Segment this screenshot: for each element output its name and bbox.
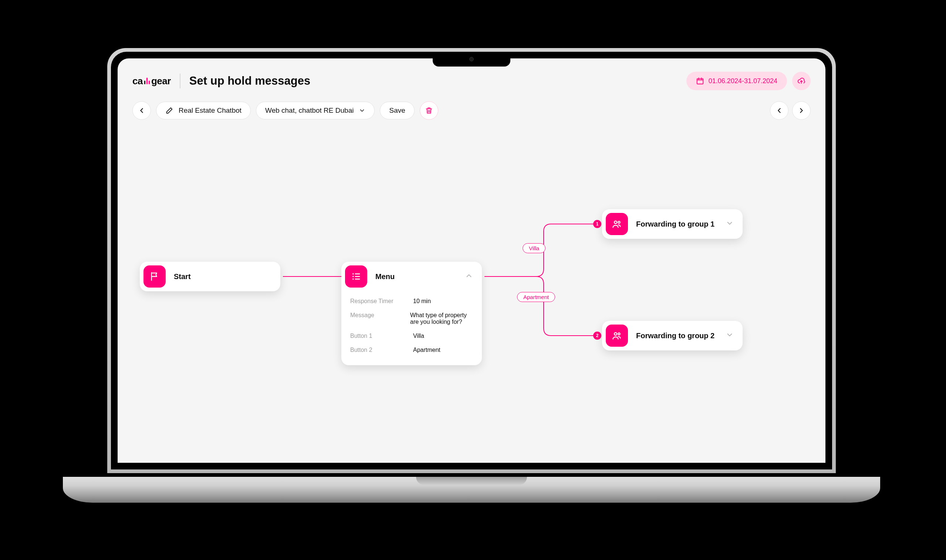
- chevron-down-icon: [726, 219, 734, 227]
- node-menu-body: Response Timer 10 min Message What type …: [341, 291, 482, 365]
- app-viewport: ca gear Set up hold messages 01.06.2024-…: [118, 58, 826, 463]
- back-button[interactable]: [133, 101, 151, 120]
- canvas-next-button[interactable]: [792, 101, 810, 120]
- laptop-notch: [433, 52, 510, 66]
- laptop-base: [63, 477, 880, 503]
- trash-icon: [425, 106, 433, 115]
- chevron-right-icon: [797, 106, 806, 115]
- laptop-frame: ca gear Set up hold messages 01.06.2024-…: [107, 48, 836, 499]
- screen-bezel: ca gear Set up hold messages 01.06.2024-…: [107, 48, 836, 473]
- branch-tag-apartment: Apartment: [517, 292, 555, 302]
- calendar-icon: [696, 77, 704, 85]
- save-button[interactable]: Save: [380, 102, 414, 119]
- node-forward-2-label: Forwarding to group 2: [636, 332, 715, 340]
- badge-1: 1: [593, 220, 601, 228]
- svg-point-5: [618, 222, 620, 223]
- logo-bars-icon: [144, 78, 150, 84]
- menu-button2-key: Button 2: [350, 347, 413, 353]
- expand-toggle-1[interactable]: [726, 219, 734, 229]
- node-start-label: Start: [174, 272, 191, 281]
- chatbot-name-text: Real Estate Chatbot: [179, 106, 242, 115]
- users-icon: [606, 325, 628, 347]
- toolbar: Real Estate Chatbot Web chat, chatbot RE…: [118, 101, 826, 129]
- channel-dropdown[interactable]: Web chat, chatbot RE Dubai: [256, 102, 374, 119]
- channel-text: Web chat, chatbot RE Dubai: [265, 106, 354, 115]
- delete-button[interactable]: [420, 101, 438, 120]
- node-menu[interactable]: Menu Response Timer 10 min Message: [341, 262, 482, 365]
- svg-point-4: [614, 221, 617, 224]
- upload-button[interactable]: [792, 72, 810, 90]
- svg-point-2: [353, 276, 354, 277]
- menu-button1-key: Button 1: [350, 333, 413, 339]
- brand-logo: ca gear: [133, 75, 171, 87]
- logo-text-right: gear: [151, 75, 171, 87]
- svg-point-1: [353, 273, 354, 275]
- edit-icon: [165, 106, 173, 115]
- chevron-down-icon: [726, 331, 734, 339]
- chevron-left-icon: [137, 106, 146, 115]
- menu-timer-val: 10 min: [413, 298, 431, 305]
- header-divider: [180, 74, 180, 88]
- node-menu-label: Menu: [375, 272, 394, 281]
- node-start[interactable]: Start: [140, 262, 280, 291]
- svg-point-3: [353, 278, 354, 280]
- expand-toggle-2[interactable]: [726, 331, 734, 340]
- chevron-down-icon: [359, 107, 365, 114]
- svg-point-7: [618, 333, 620, 335]
- node-forward-1-label: Forwarding to group 1: [636, 220, 715, 228]
- svg-rect-0: [697, 79, 703, 84]
- page-title: Set up hold messages: [190, 74, 310, 88]
- svg-point-6: [614, 333, 617, 335]
- node-forward-1[interactable]: Forwarding to group 1: [602, 209, 743, 239]
- date-range-text: 01.06.2024-31.07.2024: [709, 77, 777, 85]
- chevron-left-icon: [775, 106, 783, 115]
- chatbot-name-chip[interactable]: Real Estate Chatbot: [156, 102, 251, 119]
- chevron-up-icon: [465, 272, 473, 280]
- logo-text-left: ca: [133, 75, 143, 87]
- badge-2: 2: [593, 332, 601, 340]
- menu-button2-val: Apartment: [413, 347, 441, 353]
- branch-tag-villa: Villa: [522, 243, 545, 253]
- menu-message-val: What type of property are you looking fo…: [410, 312, 473, 325]
- collapse-toggle[interactable]: [465, 272, 473, 281]
- menu-timer-key: Response Timer: [350, 298, 413, 305]
- date-range-picker[interactable]: 01.06.2024-31.07.2024: [686, 72, 787, 90]
- menu-message-key: Message: [350, 312, 410, 325]
- menu-button1-val: Villa: [413, 333, 424, 339]
- canvas-prev-button[interactable]: [770, 101, 789, 120]
- node-forward-2[interactable]: Forwarding to group 2: [602, 321, 743, 351]
- flow-canvas[interactable]: Villa Apartment 1 2 Start: [118, 129, 826, 409]
- flag-icon: [143, 265, 166, 288]
- upload-cloud-icon: [797, 77, 806, 85]
- users-icon: [606, 213, 628, 235]
- list-icon: [345, 265, 367, 288]
